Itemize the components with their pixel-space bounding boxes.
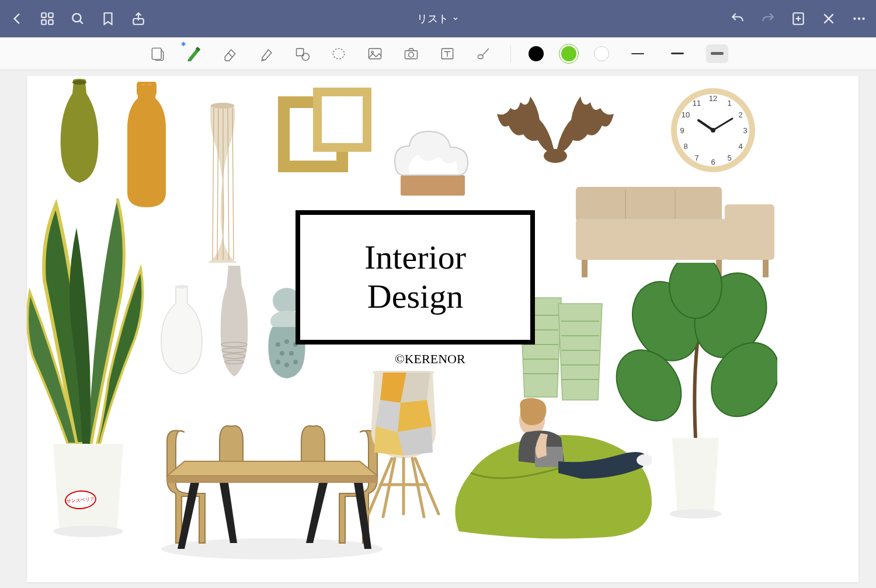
svg-point-20	[333, 48, 344, 59]
svg-text:12: 12	[709, 94, 717, 103]
wall-clock[interactable]: 121234567891011	[669, 86, 757, 174]
antler-decor[interactable]	[488, 85, 623, 166]
svg-marker-105	[306, 483, 328, 543]
svg-point-72	[276, 360, 280, 364]
document-title-dropdown[interactable]: リスト	[146, 12, 730, 26]
svg-text:7: 7	[694, 154, 698, 162]
svg-point-28	[478, 54, 483, 58]
svg-line-5	[79, 20, 82, 23]
chevron-down-icon	[452, 15, 459, 22]
share-icon[interactable]	[131, 11, 146, 26]
svg-rect-1	[48, 13, 53, 18]
title-line-2: Design	[367, 277, 463, 316]
color-black[interactable]	[529, 46, 544, 61]
eraser-tool[interactable]	[221, 44, 239, 63]
svg-rect-0	[41, 13, 46, 18]
svg-point-12	[853, 18, 856, 20]
thickness-3[interactable]	[706, 44, 728, 63]
svg-text:10: 10	[682, 110, 690, 119]
bluetooth-icon: ✱	[181, 41, 186, 47]
highlighter-tool[interactable]	[257, 44, 276, 63]
lasso-tool[interactable]	[329, 44, 348, 63]
vase-white-bulb[interactable]	[155, 283, 208, 377]
toolbar-divider	[510, 45, 511, 62]
undo-icon[interactable]	[730, 11, 745, 26]
vase-grey-ribbed[interactable]	[214, 263, 255, 380]
shape-tool[interactable]	[293, 44, 312, 63]
svg-point-74	[293, 360, 298, 364]
svg-rect-40	[401, 175, 465, 196]
svg-point-59	[53, 526, 123, 537]
redo-icon[interactable]	[760, 11, 776, 26]
title-line-1: Interior	[364, 238, 466, 277]
svg-rect-80	[582, 260, 588, 277]
svg-rect-3	[48, 20, 53, 25]
eames-chair[interactable]	[351, 368, 456, 520]
text-tool[interactable]	[438, 44, 457, 63]
thickness-2[interactable]	[666, 44, 689, 63]
svg-text:8: 8	[683, 142, 687, 151]
image-tool[interactable]	[366, 44, 384, 63]
svg-text:6: 6	[711, 158, 715, 166]
svg-rect-2	[41, 20, 46, 25]
bookmark-icon[interactable]	[100, 11, 116, 26]
vase-olive[interactable]	[50, 79, 109, 184]
color-white[interactable]	[594, 46, 609, 61]
camera-tool[interactable]	[402, 44, 420, 63]
svg-point-68	[284, 339, 289, 344]
svg-point-99	[161, 538, 383, 559]
svg-point-98	[669, 509, 722, 519]
snake-plant[interactable]: サンスベリア	[27, 193, 155, 537]
svg-point-70	[280, 351, 284, 356]
svg-text:5: 5	[727, 154, 731, 162]
pen-tool[interactable]: ✱	[185, 44, 203, 63]
svg-rect-76	[576, 219, 728, 260]
svg-point-13	[858, 18, 860, 20]
svg-point-35	[211, 103, 234, 109]
titlebar: リスト	[0, 0, 876, 37]
picture-frames[interactable]	[272, 88, 377, 187]
svg-text:4: 4	[738, 142, 742, 151]
svg-point-71	[289, 351, 294, 356]
grid-icon[interactable]	[40, 11, 55, 26]
svg-rect-15	[152, 48, 161, 59]
pointer-tool[interactable]	[474, 44, 493, 63]
color-green[interactable]	[561, 46, 576, 61]
svg-point-22	[371, 51, 373, 53]
svg-rect-39	[322, 96, 363, 143]
svg-marker-104	[220, 483, 237, 543]
thickness-1[interactable]	[627, 44, 649, 63]
canvas-area: 121234567891011 サンスベリア	[0, 70, 876, 588]
svg-rect-75	[576, 187, 722, 222]
vase-striped[interactable]	[196, 102, 249, 266]
close-icon[interactable]	[821, 11, 836, 26]
svg-rect-101	[167, 476, 377, 483]
new-page-icon[interactable]	[791, 11, 806, 26]
title-box[interactable]: Interior Design	[296, 210, 535, 345]
back-icon[interactable]	[9, 11, 25, 26]
svg-text:9: 9	[680, 126, 684, 135]
bottle-mustard[interactable]	[120, 82, 173, 210]
svg-point-24	[408, 52, 413, 57]
more-icon[interactable]	[851, 11, 867, 26]
svg-point-73	[284, 363, 289, 367]
svg-rect-77	[725, 204, 774, 260]
search-icon[interactable]	[70, 11, 85, 26]
svg-point-41	[544, 149, 567, 163]
green-beanbag[interactable]	[447, 415, 658, 543]
person-on-beanbag	[500, 397, 652, 508]
svg-text:11: 11	[693, 99, 701, 107]
document-title: リスト	[417, 12, 449, 26]
svg-marker-100	[167, 461, 377, 476]
canvas-page[interactable]: 121234567891011 サンスベリア	[27, 76, 858, 582]
svg-point-14	[862, 18, 864, 20]
svg-point-67	[276, 342, 280, 347]
svg-text:2: 2	[738, 110, 742, 119]
svg-text:3: 3	[743, 126, 747, 135]
svg-point-19	[302, 53, 309, 60]
page-template-tool[interactable]	[148, 44, 167, 63]
cloud-storm-glass[interactable]	[383, 105, 482, 199]
svg-point-60	[175, 285, 188, 288]
toolbar: ✱	[0, 37, 876, 70]
credit-text: ©KERENOR	[395, 352, 465, 367]
